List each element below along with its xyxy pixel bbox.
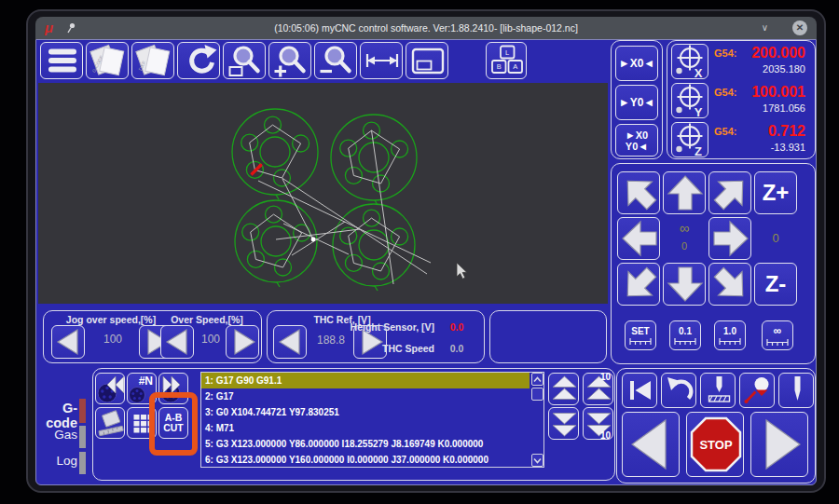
stop-sign-icon: STOP: [687, 412, 743, 477]
jog-up-right-button[interactable]: [708, 171, 751, 214]
close-icon: ✕: [796, 22, 804, 33]
gcode-line[interactable]: 1: G17 G90 G91.1: [201, 373, 530, 388]
jog-down-button[interactable]: [663, 263, 706, 306]
gcode-up-10-button[interactable]: 10: [583, 373, 613, 405]
z-machine-value: -13.931: [771, 142, 805, 153]
jog-left-button[interactable]: [617, 217, 660, 260]
gcode-line[interactable]: 6: G3 X123.000000 Y160.000000 I0.000000 …: [201, 452, 530, 468]
run-back-button[interactable]: [622, 412, 680, 477]
jog-up-left-button[interactable]: [617, 171, 660, 214]
plunge-button[interactable]: [778, 373, 814, 408]
gcode-line[interactable]: 4: M71: [201, 420, 530, 436]
probe-button[interactable]: [700, 373, 736, 408]
gcode-line-number-button[interactable]: #N: [127, 373, 157, 404]
window-title: (10:05:06) myCNC control software. Ver:1…: [35, 22, 817, 34]
left-triangle-icon: [161, 325, 193, 359]
zoom-fit-icon: [224, 42, 265, 79]
jog-up-button[interactable]: [663, 171, 706, 214]
zoom-in-icon: [269, 42, 310, 79]
jog-right-button[interactable]: [708, 217, 751, 260]
thc-panel: THC Ref, [V] 188.8 Height Sensor, [V] 0.…: [267, 310, 485, 363]
jog-step-set-button[interactable]: SET: [625, 320, 656, 350]
keyboard-icon: L B A: [487, 42, 526, 79]
arrow-up-icon: [664, 171, 705, 214]
thc-ref-dec-button[interactable]: [273, 325, 307, 359]
over-speed-dec-button[interactable]: [160, 325, 194, 359]
gcode-down-10-button[interactable]: 10: [583, 407, 613, 440]
gcode-list[interactable]: 1: G17 G90 G91.1 2: G17 3: G0 X104.74472…: [200, 372, 544, 468]
jog-down-right-button[interactable]: [708, 263, 751, 306]
open-dxf-button[interactable]: DXF: [131, 42, 174, 79]
zoom-fit-button[interactable]: [223, 42, 266, 79]
measure-button[interactable]: [360, 42, 403, 79]
tab-gcode[interactable]: G-code: [36, 401, 77, 430]
y-work-value: 100.001: [751, 84, 805, 101]
gcode-line[interactable]: 3: G0 X104.744721 Y97.830251: [201, 404, 530, 420]
undo-button[interactable]: [661, 373, 696, 408]
mouse-cursor: [457, 263, 467, 279]
dro-x-button[interactable]: X: [671, 44, 708, 79]
big-left-triangle-icon: [623, 412, 679, 477]
tab-gas-indicator: [79, 426, 86, 448]
spare-panel: [489, 310, 607, 363]
gcode-line[interactable]: 5: G3 X123.000000 Y86.000000 I18.255279 …: [201, 436, 530, 452]
gcode-line[interactable]: 2: G17: [201, 388, 530, 404]
jog-z-plus-button[interactable]: Z+: [754, 171, 797, 214]
gcode-down-button[interactable]: [548, 407, 579, 440]
toolpath-canvas[interactable]: [38, 83, 608, 304]
zero-xy-button[interactable]: ►X0 Y0◄: [615, 124, 658, 157]
jog-z-minus-button[interactable]: Z-: [754, 263, 797, 306]
skip-to-start-button[interactable]: [622, 373, 657, 408]
dro-z-button[interactable]: Z: [671, 122, 708, 157]
open-dxf-icon: DXF: [132, 42, 173, 79]
jog-step-inf-button[interactable]: ∞: [762, 320, 793, 350]
stop-button[interactable]: STOP: [686, 412, 744, 477]
rotate-part-button[interactable]: [95, 407, 125, 439]
scroll-down-icon: [532, 456, 543, 466]
crosshair-z-icon: Z: [672, 121, 708, 158]
scroll-down-button[interactable]: [531, 454, 543, 467]
refresh-button[interactable]: [177, 42, 220, 79]
double-arrow-up-icon: [549, 373, 578, 405]
zero-y-button[interactable]: ►Y0◄: [615, 85, 658, 120]
keyboard-button[interactable]: L B A: [486, 42, 527, 79]
scroll-thumb[interactable]: [531, 388, 543, 401]
scroll-up-button[interactable]: [531, 373, 543, 386]
jog-step-01-button[interactable]: 0.1: [669, 320, 701, 350]
jog-over-speed-dec-button[interactable]: [51, 325, 85, 359]
zero-x-button[interactable]: ►X0◄: [615, 46, 658, 81]
run-forward-button[interactable]: [750, 412, 808, 477]
gcode-up-button[interactable]: [548, 373, 579, 405]
ruler-icon: [718, 337, 742, 346]
gcode-forward-button[interactable]: [158, 373, 188, 404]
open-gcode-button[interactable]: G-CODE: [86, 42, 129, 79]
ab-cut-button[interactable]: A-B CUT: [158, 407, 188, 439]
menu-icon: [41, 42, 82, 79]
over-speed-inc-button[interactable]: [226, 325, 259, 359]
zoom-in-button[interactable]: [268, 42, 311, 79]
collapse-icon[interactable]: ∨: [762, 22, 768, 33]
ruler-icon: [628, 337, 653, 346]
rewind-flange-icon: [96, 373, 124, 404]
gcode-rewind-button[interactable]: [95, 373, 125, 404]
svg-text:Z: Z: [695, 144, 702, 158]
titlebar: μ (10:05:06) myCNC control software. Ver…: [35, 17, 817, 39]
tab-log[interactable]: Log: [36, 454, 77, 468]
menu-button[interactable]: [40, 42, 83, 79]
jog-step-10-button[interactable]: 1.0: [714, 320, 746, 350]
zoom-out-button[interactable]: [314, 42, 357, 79]
dro-y-button[interactable]: Y: [671, 83, 708, 118]
window-frame: μ (10:05:06) myCNC control software. Ver…: [26, 9, 826, 493]
tab-log-indicator: [79, 452, 86, 474]
torch-button[interactable]: [739, 373, 775, 408]
nesting-grid-button[interactable]: [127, 407, 157, 439]
zoom-out-icon: [315, 42, 356, 79]
svg-text:STOP: STOP: [699, 438, 732, 452]
jog-infinity-label: ∞: [663, 220, 706, 236]
app-area: G-CODE DXF: [35, 39, 817, 485]
jog-down-left-button[interactable]: [617, 263, 660, 306]
close-button[interactable]: ✕: [792, 20, 807, 35]
tab-gas[interactable]: Gas: [36, 428, 77, 442]
arrow-up-left-icon: [618, 171, 659, 214]
frame-button[interactable]: [406, 42, 448, 79]
